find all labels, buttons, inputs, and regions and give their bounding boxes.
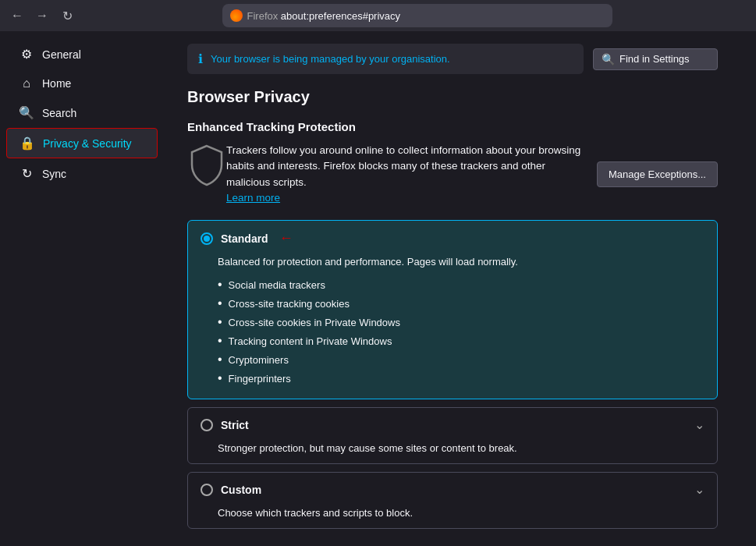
protection-option-standard: Standard ← Balanced for protection and p… xyxy=(187,220,718,399)
list-item: Social media trackers xyxy=(218,275,705,294)
lock-icon: 🔒 xyxy=(20,136,35,151)
standard-option-body: Balanced for protection and performance.… xyxy=(188,256,717,399)
address-text: Firefox about:preferences#privacy xyxy=(247,10,401,22)
search-icon: 🔍 xyxy=(19,105,34,120)
main-layout: ⚙ General ⌂ Home 🔍 Search 🔒 Privacy & Se… xyxy=(0,31,756,546)
custom-option-header[interactable]: Custom ⌄ xyxy=(188,473,717,506)
find-in-settings-input[interactable]: 🔍 Find in Settings xyxy=(593,48,718,70)
firefox-icon xyxy=(230,9,243,22)
reload-button[interactable]: ↻ xyxy=(56,5,78,27)
learn-more-link[interactable]: Learn more xyxy=(226,192,280,204)
sidebar: ⚙ General ⌂ Home 🔍 Search 🔒 Privacy & Se… xyxy=(0,31,164,546)
sidebar-item-label: Home xyxy=(42,77,71,90)
list-item: Cross-site cookies in Private Windows xyxy=(218,313,705,332)
address-scheme: Firefox xyxy=(247,10,279,22)
strict-radio[interactable] xyxy=(201,419,213,431)
custom-radio[interactable] xyxy=(201,484,213,496)
address-bar[interactable]: Firefox about:preferences#privacy xyxy=(222,4,612,27)
arrow-indicator: ← xyxy=(279,230,293,246)
tracker-description: Trackers follow you around online to col… xyxy=(226,143,587,206)
standard-radio[interactable] xyxy=(201,232,213,245)
sidebar-item-general[interactable]: ⚙ General xyxy=(6,40,158,69)
list-item: Fingerprinters xyxy=(218,369,705,388)
sidebar-item-sync[interactable]: ↻ Sync xyxy=(6,159,158,188)
list-item: Cryptominers xyxy=(218,350,705,369)
sidebar-item-search[interactable]: 🔍 Search xyxy=(6,98,158,127)
content-area: ℹ Your browser is being managed by your … xyxy=(164,31,756,546)
sidebar-item-label: General xyxy=(42,48,81,61)
section-title: Enhanced Tracking Protection xyxy=(187,120,733,133)
strict-option-header[interactable]: Strict ⌄ xyxy=(188,408,717,441)
strict-option-desc: Stronger protection, but may cause some … xyxy=(188,441,717,463)
gear-icon: ⚙ xyxy=(19,47,34,62)
back-button[interactable]: ← xyxy=(6,5,28,27)
sidebar-item-privacy[interactable]: 🔒 Privacy & Security xyxy=(6,128,158,158)
list-item: Tracking content in Private Windows xyxy=(218,332,705,350)
custom-chevron-icon: ⌄ xyxy=(694,482,705,497)
sidebar-item-home[interactable]: ⌂ Home xyxy=(6,69,158,98)
standard-description: Balanced for protection and performance.… xyxy=(218,256,705,268)
manage-exceptions-button[interactable]: Manage Exceptions... xyxy=(597,161,718,187)
strict-chevron-icon: ⌄ xyxy=(694,417,705,432)
info-icon: ℹ xyxy=(198,51,203,66)
titlebar: ← → ↻ Firefox about:preferences#privacy xyxy=(0,0,756,31)
standard-option-header[interactable]: Standard ← xyxy=(188,221,717,256)
home-icon: ⌂ xyxy=(19,76,34,90)
list-item: Cross-site tracking cookies xyxy=(218,294,705,313)
protection-option-strict: Strict ⌄ Stronger protection, but may ca… xyxy=(187,407,718,464)
find-placeholder: Find in Settings xyxy=(619,53,690,65)
sidebar-item-label: Sync xyxy=(42,168,66,180)
managed-text: Your browser is being managed by your or… xyxy=(211,53,450,65)
shield-icon-large xyxy=(187,143,226,188)
find-search-icon: 🔍 xyxy=(602,53,615,66)
nav-buttons: ← → ↻ xyxy=(6,5,78,27)
sidebar-item-label: Privacy & Security xyxy=(43,137,132,150)
sidebar-item-label: Search xyxy=(42,107,76,119)
custom-label: Custom xyxy=(221,484,261,496)
managed-banner: ℹ Your browser is being managed by your … xyxy=(187,44,584,74)
standard-label: Standard xyxy=(221,232,268,245)
custom-option-desc: Choose which trackers and scripts to blo… xyxy=(188,506,717,528)
strict-label: Strict xyxy=(221,419,249,431)
sync-icon: ↻ xyxy=(19,166,34,181)
protection-option-custom: Custom ⌄ Choose which trackers and scrip… xyxy=(187,472,718,529)
page-title: Browser Privacy xyxy=(187,88,733,106)
standard-bullet-list: Social media trackers Cross-site trackin… xyxy=(218,275,705,388)
forward-button[interactable]: → xyxy=(31,5,53,27)
